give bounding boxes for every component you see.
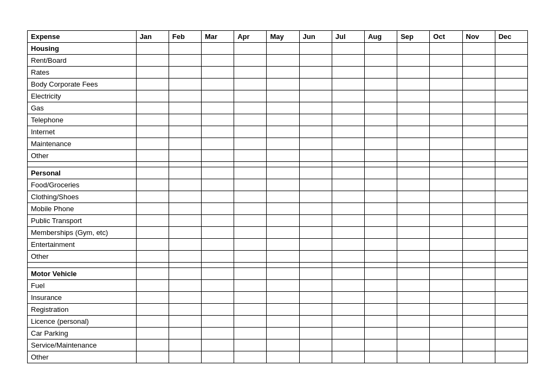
- row-cell-0-2-8: [364, 79, 397, 90]
- row-cell-0-3-12: [495, 90, 527, 102]
- row-cell-2-3-5: [267, 316, 299, 328]
- row-cell-1-2-7: [332, 203, 364, 215]
- row-cell-2-3-10: [430, 316, 462, 328]
- section-cell-2-3: [202, 268, 234, 280]
- row-cell-1-3-8: [364, 215, 397, 227]
- row-cell-1-6-7: [332, 251, 364, 263]
- row-cell-0-1-10: [430, 67, 462, 79]
- row-cell-0-1-11: [462, 67, 495, 79]
- table-row: Internet: [28, 126, 528, 138]
- row-label-2-1: Insurance: [28, 292, 137, 304]
- spacer-cell-0-5: [267, 162, 299, 167]
- row-cell-1-3-4: [234, 215, 267, 227]
- row-cell-2-3-11: [462, 316, 495, 328]
- row-cell-1-1-2: [169, 191, 201, 203]
- section-cell-0-4: [234, 43, 267, 55]
- row-cell-2-6-9: [397, 351, 430, 363]
- row-cell-2-3-1: [136, 316, 169, 328]
- row-cell-2-5-12: [495, 339, 527, 351]
- table-row: Other: [28, 150, 528, 162]
- row-cell-1-4-8: [364, 227, 397, 239]
- row-cell-0-5-11: [462, 114, 495, 126]
- row-cell-1-6-8: [364, 251, 397, 263]
- row-cell-1-1-11: [462, 191, 495, 203]
- row-cell-1-6-3: [202, 251, 234, 263]
- row-cell-0-1-9: [397, 67, 430, 79]
- row-cell-1-5-6: [299, 239, 332, 251]
- month-header-apr: Apr: [234, 31, 267, 43]
- row-cell-1-5-12: [495, 239, 527, 251]
- row-cell-0-4-9: [397, 102, 430, 114]
- row-cell-0-3-9: [397, 90, 430, 102]
- spacer-cell-1-2: [169, 263, 201, 268]
- row-cell-0-2-7: [332, 79, 364, 90]
- table-row: Mobile Phone: [28, 203, 528, 215]
- section-cell-2-12: [495, 268, 527, 280]
- spacer-cell-0-8: [364, 162, 397, 167]
- row-cell-1-4-1: [136, 227, 169, 239]
- row-cell-2-6-4: [234, 351, 267, 363]
- row-cell-0-4-12: [495, 102, 527, 114]
- row-cell-0-8-7: [332, 150, 364, 162]
- section-cell-1-2: [169, 167, 201, 179]
- section-cell-0-8: [364, 43, 397, 55]
- row-cell-2-4-7: [332, 328, 364, 339]
- month-header-mar: Mar: [202, 31, 234, 43]
- row-label-1-6: Other: [28, 251, 137, 263]
- row-cell-2-1-3: [202, 292, 234, 304]
- row-cell-0-5-4: [234, 114, 267, 126]
- section-label-2: Motor Vehicle: [28, 268, 137, 280]
- row-cell-2-5-8: [364, 339, 397, 351]
- row-cell-1-6-10: [430, 251, 462, 263]
- row-cell-0-1-2: [169, 67, 201, 79]
- row-cell-1-3-7: [332, 215, 364, 227]
- row-cell-0-6-10: [430, 126, 462, 138]
- row-cell-1-4-12: [495, 227, 527, 239]
- row-cell-1-4-9: [397, 227, 430, 239]
- row-cell-1-4-6: [299, 227, 332, 239]
- row-cell-0-8-8: [364, 150, 397, 162]
- row-cell-0-6-11: [462, 126, 495, 138]
- row-cell-0-2-11: [462, 79, 495, 90]
- spacer-cell-1-11: [462, 263, 495, 268]
- month-header-aug: Aug: [364, 31, 397, 43]
- month-header-nov: Nov: [462, 31, 495, 43]
- table-row: Rent/Board: [28, 55, 528, 67]
- row-cell-0-5-6: [299, 114, 332, 126]
- spacer-cell-0-12: [495, 162, 527, 167]
- row-cell-2-5-4: [234, 339, 267, 351]
- row-cell-0-2-4: [234, 79, 267, 90]
- row-cell-0-4-7: [332, 102, 364, 114]
- expense-column-header: Expense: [28, 31, 137, 43]
- row-cell-0-6-2: [169, 126, 201, 138]
- row-cell-2-0-5: [267, 280, 299, 292]
- row-cell-0-5-7: [332, 114, 364, 126]
- month-header-sep: Sep: [397, 31, 430, 43]
- section-label-1: Personal: [28, 167, 137, 179]
- row-cell-2-1-6: [299, 292, 332, 304]
- row-cell-0-0-7: [332, 55, 364, 67]
- row-cell-2-0-7: [332, 280, 364, 292]
- table-row: Body Corporate Fees: [28, 79, 528, 90]
- row-cell-1-2-8: [364, 203, 397, 215]
- row-cell-2-5-10: [430, 339, 462, 351]
- month-header-feb: Feb: [169, 31, 201, 43]
- spacer-cell-0-4: [234, 162, 267, 167]
- row-cell-2-1-5: [267, 292, 299, 304]
- row-cell-2-2-3: [202, 304, 234, 316]
- section-header-housing: Housing: [28, 43, 528, 55]
- table-row: Memberships (Gym, etc): [28, 227, 528, 239]
- row-label-1-3: Public Transport: [28, 215, 137, 227]
- row-cell-2-0-3: [202, 280, 234, 292]
- row-cell-1-6-1: [136, 251, 169, 263]
- row-cell-2-5-5: [267, 339, 299, 351]
- row-cell-1-5-10: [430, 239, 462, 251]
- row-label-2-2: Registration: [28, 304, 137, 316]
- row-cell-0-2-9: [397, 79, 430, 90]
- row-cell-2-4-12: [495, 328, 527, 339]
- row-cell-1-6-12: [495, 251, 527, 263]
- row-cell-2-0-10: [430, 280, 462, 292]
- row-cell-1-4-5: [267, 227, 299, 239]
- row-cell-1-2-9: [397, 203, 430, 215]
- row-cell-1-0-10: [430, 179, 462, 191]
